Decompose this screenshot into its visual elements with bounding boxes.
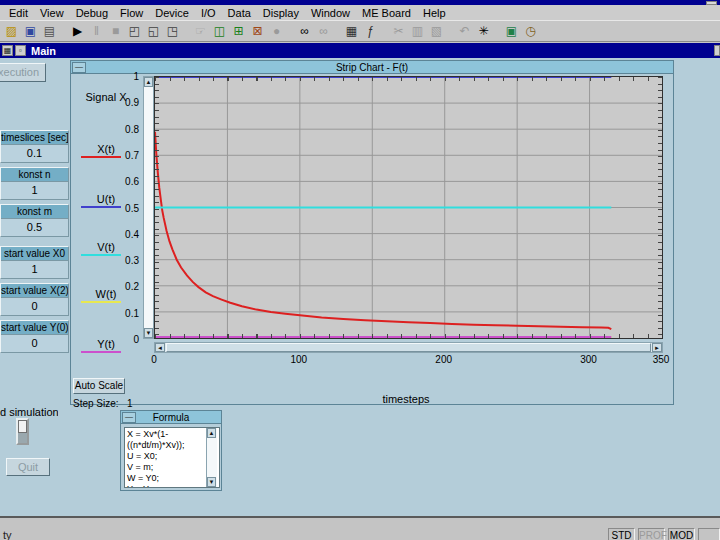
toolbar-group: ▨▣▤ [2,23,59,40]
toolbar-group: ▣◷ [502,23,540,40]
step-size-value: 1 [127,398,133,409]
parameter-value[interactable]: 0 [1,298,68,315]
toolbar-group: ✂▥▧ [389,23,446,40]
scroll-up-icon[interactable]: ▲ [144,77,153,87]
screen: EditViewDebugFlowDeviceI/ODataDisplayWin… [0,0,720,540]
options-icon[interactable]: ✳ [475,23,492,40]
scroll-down-icon[interactable]: ▼ [207,477,216,487]
quit-button[interactable]: Quit [6,458,50,476]
formula-titlebar[interactable]: — Formula [121,411,221,424]
properties-icon[interactable]: ▦ [343,23,360,40]
parameter-label: start value Y(0) [1,321,68,335]
y-tick-label: 0.1 [107,308,139,319]
switch-knob[interactable] [18,420,27,433]
block-load-icon[interactable]: ◱ [145,23,162,40]
menu-item-flow[interactable]: Flow [114,6,149,20]
run-icon[interactable]: ▶ [69,23,86,40]
strip-chart-titlebar[interactable]: — Strip Chart - F(t) [71,61,673,74]
menu-item-display[interactable]: Display [257,6,305,20]
pan-hand-icon[interactable]: ☞ [192,23,209,40]
undo-icon[interactable]: ↶ [456,23,473,40]
toolbar-group: ▦ƒ [342,23,380,40]
toolbar-group: ∞∞ [295,23,333,40]
parameter-start-value-x-2-: start value X(2)0 [0,283,69,316]
formula-icon[interactable]: ƒ [362,23,379,40]
block-new-icon[interactable]: ◰ [126,23,143,40]
parameter-value[interactable]: 0 [1,335,68,352]
status-indicator-partial [698,528,720,540]
parameter-value[interactable]: 1 [1,182,68,199]
menu-item-i-o[interactable]: I/O [195,6,222,20]
menu-item-window[interactable]: Window [305,6,356,20]
simulation-toggle-switch[interactable] [16,418,29,445]
replace-icon[interactable]: ⊠ [249,23,266,40]
parameter-start-value-y-0-: start value Y(0)0 [0,320,69,353]
chart-plot-area [154,76,663,339]
menu-item-me-board[interactable]: ME Board [356,6,417,20]
menu-item-data[interactable]: Data [222,6,257,20]
module-icon[interactable]: ⊞ [230,23,247,40]
x-axis-title: timesteps [321,393,491,405]
legend-color-line [81,351,121,353]
cut-icon[interactable]: ✂ [390,23,407,40]
restore-icon[interactable]: ▫ [15,45,26,56]
chart-horizontal-scrollbar[interactable]: ◄ ► [154,342,663,353]
status-indicator-mod: MOD [668,528,695,540]
pause-icon[interactable]: ‖ [88,23,105,40]
x-tick-label: 0 [151,354,157,365]
y-tick-label: 0.5 [107,203,139,214]
block-save-icon[interactable]: ◳ [164,23,181,40]
y-tick-label: 0.9 [107,97,139,108]
scrollbar-thumb[interactable] [166,343,651,352]
status-indicator-prof: PROF [638,528,665,540]
print-icon[interactable]: ▤ [41,23,58,40]
parameter-label: start value X(2) [1,284,68,298]
timer-icon[interactable]: ◷ [522,23,539,40]
menu-item-help[interactable]: Help [417,6,452,20]
menu-item-edit[interactable]: Edit [3,6,34,20]
formula-title: Formula [121,412,221,423]
parameter-value[interactable]: 1 [1,261,68,278]
parameter-value[interactable]: 0.5 [1,219,68,236]
menu-item-view[interactable]: View [34,6,70,20]
y-tick-label: 0 [107,334,139,345]
open-icon[interactable]: ▨ [3,23,20,40]
strip-chart-window: — Strip Chart - F(t) Signal X X(t)U(t)V(… [70,60,674,405]
find-icon[interactable]: ∞ [296,23,313,40]
formula-line: U = X0; [127,451,217,462]
y-tick-label: 0.6 [107,176,139,187]
status-bar: ty STDPROFMOD [0,518,720,540]
find-next-icon[interactable]: ∞ [315,23,332,40]
paste-icon[interactable]: ▧ [428,23,445,40]
globe-icon[interactable]: ● [268,23,285,40]
duplicate-icon[interactable]: ◫ [211,23,228,40]
main-window-titlebar[interactable]: ▦ ▫ Main [0,43,720,58]
formula-line: W = Y0; [127,473,217,484]
execution-button[interactable]: t execution [0,63,46,82]
x-tick-label: 200 [435,354,452,365]
main-window-body: t execution timeslices [sec]0.1konst n1k… [0,58,720,516]
scroll-down-icon[interactable]: ▼ [144,328,153,338]
system-menu-icon[interactable]: ▦ [2,45,13,56]
menu-item-device[interactable]: Device [149,6,195,20]
save-icon[interactable]: ▣ [22,23,39,40]
image-icon[interactable]: ▣ [503,23,520,40]
scroll-up-icon[interactable]: ▲ [207,428,216,438]
auto-scale-button[interactable]: Auto Scale [73,378,125,394]
parameter-value[interactable]: 0.1 [1,145,68,162]
formula-scrollbar[interactable]: ▲ ▼ [206,428,217,487]
stop-icon[interactable]: ■ [107,23,124,40]
parameter-label: konst m [1,205,68,219]
parameter-konst-m: konst m0.5 [0,204,69,237]
copy-icon[interactable]: ▥ [409,23,426,40]
toolbar-group: ↶✳ [455,23,493,40]
scroll-left-icon[interactable]: ◄ [155,343,165,352]
scroll-right-icon[interactable]: ► [652,343,662,352]
y-tick-label: 0.2 [107,281,139,292]
window-control-sliver-icon[interactable] [714,45,720,56]
chart-vertical-scrollbar[interactable]: ▲ ▼ [143,76,154,339]
menu-item-debug[interactable]: Debug [70,6,114,20]
x-tick-label: 100 [291,354,308,365]
step-size-label: Step Size: [73,398,119,409]
parameter-label: start value X0 [1,247,68,261]
